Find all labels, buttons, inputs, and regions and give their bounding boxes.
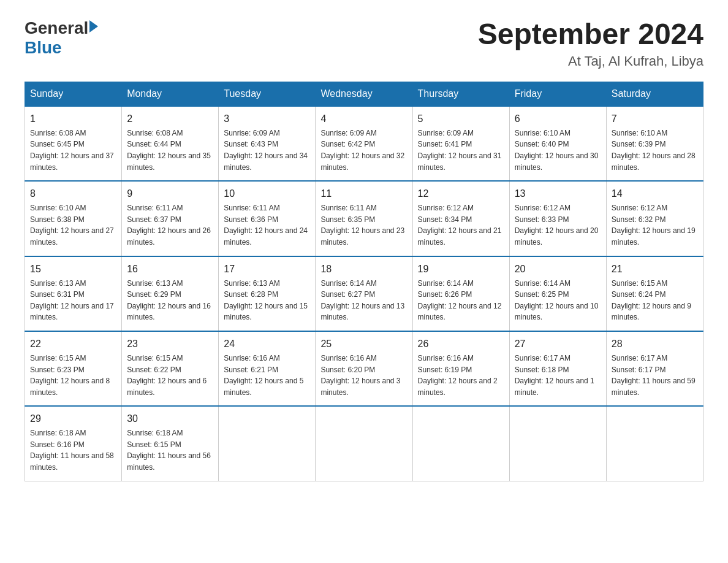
calendar-cell: 1Sunrise: 6:08 AMSunset: 6:45 PMDaylight… <box>25 106 122 181</box>
day-info: Sunrise: 6:10 AMSunset: 6:39 PMDaylight:… <box>612 128 698 173</box>
day-number: 1 <box>30 112 116 126</box>
calendar-cell: 17Sunrise: 6:13 AMSunset: 6:28 PMDayligh… <box>219 256 316 331</box>
calendar-cell: 13Sunrise: 6:12 AMSunset: 6:33 PMDayligh… <box>509 181 606 256</box>
calendar-cell: 5Sunrise: 6:09 AMSunset: 6:41 PMDaylight… <box>412 106 509 181</box>
calendar-cell: 10Sunrise: 6:11 AMSunset: 6:36 PMDayligh… <box>219 181 316 256</box>
day-number: 24 <box>224 337 310 351</box>
calendar-cell: 7Sunrise: 6:10 AMSunset: 6:39 PMDaylight… <box>606 106 703 181</box>
header-row: Sunday Monday Tuesday Wednesday Thursday… <box>25 82 703 106</box>
col-monday: Monday <box>122 82 219 106</box>
calendar-cell: 6Sunrise: 6:10 AMSunset: 6:40 PMDaylight… <box>509 106 606 181</box>
day-info: Sunrise: 6:15 AMSunset: 6:22 PMDaylight:… <box>127 353 213 398</box>
day-number: 22 <box>30 337 116 351</box>
day-number: 8 <box>30 186 116 201</box>
calendar-cell: 30Sunrise: 6:18 AMSunset: 6:15 PMDayligh… <box>122 406 219 481</box>
col-sunday: Sunday <box>25 82 122 106</box>
calendar-week-0: 1Sunrise: 6:08 AMSunset: 6:45 PMDaylight… <box>25 106 703 181</box>
day-number: 18 <box>320 262 407 277</box>
title-section: September 2024 At Taj, Al Kufrah, Libya <box>478 18 703 69</box>
calendar-cell: 20Sunrise: 6:14 AMSunset: 6:25 PMDayligh… <box>509 256 606 331</box>
day-info: Sunrise: 6:12 AMSunset: 6:34 PMDaylight:… <box>418 202 504 248</box>
day-info: Sunrise: 6:10 AMSunset: 6:38 PMDaylight:… <box>30 202 116 248</box>
day-number: 4 <box>320 112 407 126</box>
page-subtitle: At Taj, Al Kufrah, Libya <box>478 53 703 69</box>
day-number: 30 <box>127 412 213 426</box>
day-info: Sunrise: 6:11 AMSunset: 6:37 PMDaylight:… <box>127 202 213 248</box>
day-info: Sunrise: 6:11 AMSunset: 6:35 PMDaylight:… <box>320 202 407 248</box>
calendar-table: Sunday Monday Tuesday Wednesday Thursday… <box>25 82 703 481</box>
day-number: 19 <box>418 262 504 277</box>
day-info: Sunrise: 6:08 AMSunset: 6:45 PMDaylight:… <box>30 128 116 173</box>
day-number: 27 <box>515 337 601 351</box>
day-number: 14 <box>612 186 698 201</box>
day-info: Sunrise: 6:10 AMSunset: 6:40 PMDaylight:… <box>515 128 601 173</box>
day-info: Sunrise: 6:13 AMSunset: 6:28 PMDaylight:… <box>224 278 310 323</box>
day-number: 7 <box>612 112 698 126</box>
day-number: 5 <box>418 112 504 126</box>
day-number: 12 <box>418 186 504 201</box>
day-number: 28 <box>612 337 698 351</box>
calendar-header: Sunday Monday Tuesday Wednesday Thursday… <box>25 82 703 106</box>
page-header: General Blue September 2024 At Taj, Al K… <box>25 18 703 69</box>
col-friday: Friday <box>509 82 606 106</box>
day-number: 9 <box>127 186 213 201</box>
calendar-cell: 12Sunrise: 6:12 AMSunset: 6:34 PMDayligh… <box>412 181 509 256</box>
calendar-cell: 4Sunrise: 6:09 AMSunset: 6:42 PMDaylight… <box>316 106 412 181</box>
day-info: Sunrise: 6:15 AMSunset: 6:24 PMDaylight:… <box>612 278 698 323</box>
day-number: 11 <box>320 186 407 201</box>
day-info: Sunrise: 6:15 AMSunset: 6:23 PMDaylight:… <box>30 353 116 398</box>
day-info: Sunrise: 6:16 AMSunset: 6:20 PMDaylight:… <box>320 353 407 398</box>
col-wednesday: Wednesday <box>316 82 412 106</box>
logo-blue: Blue <box>25 38 98 58</box>
day-number: 20 <box>515 262 601 277</box>
calendar-cell: 29Sunrise: 6:18 AMSunset: 6:16 PMDayligh… <box>25 406 122 481</box>
calendar-week-1: 8Sunrise: 6:10 AMSunset: 6:38 PMDaylight… <box>25 181 703 256</box>
calendar-week-3: 22Sunrise: 6:15 AMSunset: 6:23 PMDayligh… <box>25 331 703 406</box>
calendar-cell: 27Sunrise: 6:17 AMSunset: 6:18 PMDayligh… <box>509 331 606 406</box>
day-info: Sunrise: 6:14 AMSunset: 6:26 PMDaylight:… <box>418 278 504 323</box>
day-number: 3 <box>224 112 310 126</box>
calendar-cell <box>606 406 703 481</box>
calendar-cell: 2Sunrise: 6:08 AMSunset: 6:44 PMDaylight… <box>122 106 219 181</box>
page-title: September 2024 <box>478 18 703 51</box>
calendar-cell: 21Sunrise: 6:15 AMSunset: 6:24 PMDayligh… <box>606 256 703 331</box>
day-info: Sunrise: 6:13 AMSunset: 6:31 PMDaylight:… <box>30 278 116 323</box>
day-info: Sunrise: 6:12 AMSunset: 6:33 PMDaylight:… <box>515 202 601 248</box>
calendar-body: 1Sunrise: 6:08 AMSunset: 6:45 PMDaylight… <box>25 106 703 481</box>
day-number: 16 <box>127 262 213 277</box>
calendar-cell: 24Sunrise: 6:16 AMSunset: 6:21 PMDayligh… <box>219 331 316 406</box>
day-info: Sunrise: 6:09 AMSunset: 6:42 PMDaylight:… <box>320 128 407 173</box>
calendar-cell: 9Sunrise: 6:11 AMSunset: 6:37 PMDaylight… <box>122 181 219 256</box>
day-number: 21 <box>612 262 698 277</box>
logo-arrow-icon <box>89 20 98 33</box>
day-info: Sunrise: 6:16 AMSunset: 6:21 PMDaylight:… <box>224 353 310 398</box>
day-number: 13 <box>515 186 601 201</box>
day-number: 2 <box>127 112 213 126</box>
calendar-cell: 11Sunrise: 6:11 AMSunset: 6:35 PMDayligh… <box>316 181 412 256</box>
calendar-cell <box>219 406 316 481</box>
day-number: 26 <box>418 337 504 351</box>
day-number: 23 <box>127 337 213 351</box>
calendar-cell: 18Sunrise: 6:14 AMSunset: 6:27 PMDayligh… <box>316 256 412 331</box>
logo: General Blue <box>25 18 98 58</box>
day-info: Sunrise: 6:11 AMSunset: 6:36 PMDaylight:… <box>224 202 310 248</box>
calendar-cell: 26Sunrise: 6:16 AMSunset: 6:19 PMDayligh… <box>412 331 509 406</box>
calendar-cell <box>412 406 509 481</box>
day-number: 29 <box>30 412 116 426</box>
calendar-cell: 19Sunrise: 6:14 AMSunset: 6:26 PMDayligh… <box>412 256 509 331</box>
day-number: 6 <box>515 112 601 126</box>
day-number: 17 <box>224 262 310 277</box>
day-info: Sunrise: 6:08 AMSunset: 6:44 PMDaylight:… <box>127 128 213 173</box>
logo-general: General <box>25 18 88 38</box>
calendar-cell <box>316 406 412 481</box>
day-info: Sunrise: 6:17 AMSunset: 6:18 PMDaylight:… <box>515 353 601 398</box>
calendar-cell: 14Sunrise: 6:12 AMSunset: 6:32 PMDayligh… <box>606 181 703 256</box>
col-thursday: Thursday <box>412 82 509 106</box>
col-saturday: Saturday <box>606 82 703 106</box>
day-info: Sunrise: 6:14 AMSunset: 6:25 PMDaylight:… <box>515 278 601 323</box>
day-info: Sunrise: 6:09 AMSunset: 6:41 PMDaylight:… <box>418 128 504 173</box>
calendar-cell: 16Sunrise: 6:13 AMSunset: 6:29 PMDayligh… <box>122 256 219 331</box>
day-info: Sunrise: 6:13 AMSunset: 6:29 PMDaylight:… <box>127 278 213 323</box>
day-info: Sunrise: 6:18 AMSunset: 6:16 PMDaylight:… <box>30 427 116 473</box>
day-number: 10 <box>224 186 310 201</box>
